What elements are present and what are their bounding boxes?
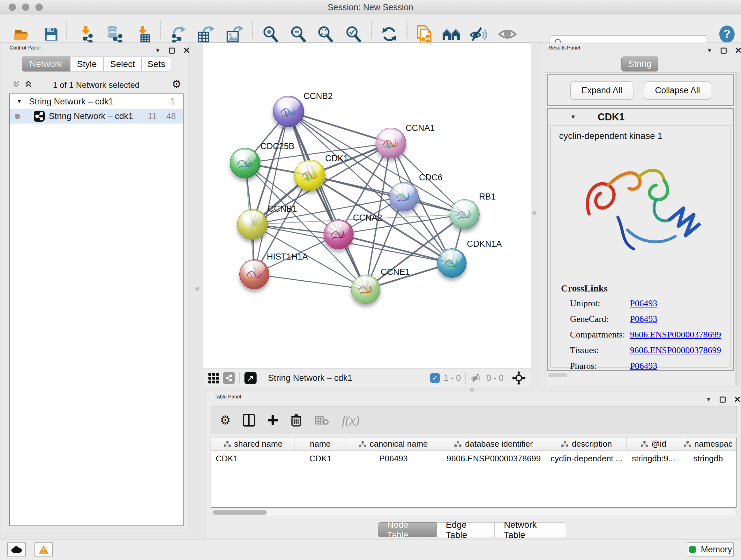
clone-network-icon[interactable] bbox=[415, 24, 433, 44]
tab-style[interactable]: Style bbox=[70, 57, 104, 71]
toolbar-separator bbox=[371, 20, 372, 39]
table-cell[interactable]: P06493 bbox=[346, 451, 441, 466]
network-node-ccne1[interactable] bbox=[351, 274, 381, 304]
network-node-ccnb2[interactable] bbox=[273, 96, 304, 127]
table-row[interactable]: CDK1CDK1P064939606.ENSP00000378699cyclin… bbox=[211, 451, 736, 466]
crosslink-link[interactable]: 9606.ENSP00000378699 bbox=[630, 345, 721, 355]
table-cell[interactable]: CDK1 bbox=[211, 451, 295, 466]
column-header-shared-name[interactable]: shared name bbox=[211, 437, 295, 450]
table-panel-float-icon[interactable] bbox=[720, 396, 726, 402]
network-node-cdkn1a[interactable] bbox=[437, 248, 467, 278]
results-panel-float-icon[interactable] bbox=[721, 48, 727, 54]
table-panel-menu-icon[interactable]: ▼ bbox=[706, 396, 711, 403]
network-options-gear-icon[interactable]: ⚙ bbox=[172, 78, 181, 90]
import-network-icon[interactable] bbox=[78, 25, 96, 43]
zoom-out-icon[interactable] bbox=[289, 25, 307, 43]
show-all-icon[interactable] bbox=[498, 26, 517, 42]
help-icon[interactable]: ? bbox=[719, 25, 735, 43]
control-panel-close-icon[interactable]: ✕ bbox=[183, 46, 190, 56]
control-panel-menu-icon[interactable]: ▼ bbox=[155, 48, 160, 54]
delete-column-icon[interactable] bbox=[291, 414, 301, 427]
control-panel-float-icon[interactable] bbox=[169, 48, 175, 54]
network-canvas[interactable]: CCNB2CCNA1CDC25BCDK1CDC6RB1CCNB1CCNA2CDK… bbox=[203, 43, 531, 369]
show-columns-icon[interactable] bbox=[243, 414, 255, 427]
tab-string[interactable]: String bbox=[621, 57, 658, 71]
open-in-window-icon[interactable]: ↗ bbox=[245, 372, 257, 384]
import-database-icon[interactable] bbox=[105, 25, 123, 43]
network-row[interactable]: String Network – cdk1 11 48 bbox=[10, 109, 183, 124]
results-panel-close-icon[interactable]: ✕ bbox=[735, 46, 741, 56]
left-splitter-handle[interactable] bbox=[195, 287, 199, 291]
crosslink-link[interactable]: P06493 bbox=[630, 361, 657, 371]
delete-table-icon[interactable] bbox=[315, 415, 329, 425]
tab-edge-table[interactable]: Edge Table bbox=[436, 522, 495, 537]
right-splitter-handle[interactable] bbox=[532, 211, 536, 215]
network-node-ccnb1[interactable] bbox=[237, 209, 268, 240]
collection-disclosure-icon[interactable]: ▼ bbox=[17, 98, 22, 105]
network-node-cdk1[interactable] bbox=[294, 160, 326, 191]
network-node-cdc25b[interactable] bbox=[230, 148, 260, 179]
network-edge[interactable] bbox=[254, 274, 366, 289]
tab-network[interactable]: Network bbox=[22, 57, 70, 71]
zoom-selected-icon[interactable] bbox=[345, 25, 362, 43]
crosslink-link[interactable]: P06493 bbox=[630, 314, 657, 324]
column-header--id[interactable]: @id bbox=[627, 437, 680, 450]
pan-crosshair-icon[interactable] bbox=[512, 371, 526, 385]
import-table-icon[interactable] bbox=[135, 25, 152, 43]
tab-select[interactable]: Select bbox=[104, 57, 142, 71]
tab-network-table[interactable]: Network Table bbox=[495, 522, 566, 537]
column-header-namespac[interactable]: namespac bbox=[680, 437, 736, 450]
export-image-icon[interactable] bbox=[225, 25, 244, 43]
zoom-fit-icon[interactable] bbox=[317, 25, 334, 43]
table-cell[interactable]: stringdb bbox=[680, 451, 736, 466]
crosslink-link[interactable]: P06493 bbox=[630, 298, 657, 308]
table-cell[interactable]: cyclin-dependent ... bbox=[546, 451, 627, 466]
grid-view-icon[interactable] bbox=[207, 372, 219, 384]
network-edge[interactable] bbox=[288, 111, 366, 289]
network-edge[interactable] bbox=[288, 111, 391, 143]
column-header-description[interactable]: description bbox=[546, 437, 627, 450]
save-session-icon[interactable] bbox=[42, 25, 60, 43]
table-cell[interactable]: stringdb:9... bbox=[627, 451, 680, 466]
refresh-icon[interactable] bbox=[381, 25, 398, 43]
tab-sets[interactable]: Sets bbox=[142, 57, 171, 71]
crosslink-link[interactable]: 9606.ENSP00000378699 bbox=[630, 329, 721, 340]
table-cell[interactable]: 9606.ENSP00000378699 bbox=[441, 451, 546, 466]
network-collection-row[interactable]: ▼ String Network – cdk1 1 bbox=[10, 94, 183, 109]
network-node-ccna1[interactable] bbox=[376, 128, 406, 159]
hide-selected-icon[interactable] bbox=[469, 25, 488, 43]
table-hscrollbar-thumb[interactable] bbox=[212, 510, 267, 515]
zoom-in-icon[interactable] bbox=[262, 25, 280, 43]
table-panel-close-icon[interactable]: ✕ bbox=[734, 395, 741, 405]
first-neighbors-icon[interactable] bbox=[442, 26, 461, 43]
collapse-all-button[interactable]: Collapse All bbox=[644, 81, 711, 100]
gene-disclosure-icon[interactable]: ▼ bbox=[570, 114, 576, 120]
network-node-cdc6[interactable] bbox=[389, 182, 419, 211]
memory-button[interactable]: Memory bbox=[687, 543, 734, 557]
column-header-database-identifier[interactable]: database identifier bbox=[441, 437, 546, 450]
bottom-splitter-handle[interactable] bbox=[470, 388, 474, 392]
memory-status-dot bbox=[689, 546, 696, 553]
column-header-name[interactable]: name bbox=[295, 437, 346, 450]
network-node-ccna2[interactable] bbox=[324, 219, 354, 249]
cloud-status-button[interactable] bbox=[7, 543, 26, 557]
network-node-hist1h1a[interactable] bbox=[239, 259, 269, 289]
open-session-icon[interactable] bbox=[13, 25, 30, 43]
network-type-share-icon[interactable] bbox=[223, 372, 235, 384]
column-header-canonical-name[interactable]: canonical name bbox=[346, 437, 441, 450]
table-cell[interactable]: CDK1 bbox=[295, 451, 346, 466]
function-builder-icon[interactable]: f(x) bbox=[342, 413, 360, 428]
add-column-icon[interactable] bbox=[267, 415, 279, 426]
results-panel-menu-icon[interactable]: ▼ bbox=[707, 48, 712, 54]
export-table-icon[interactable] bbox=[197, 25, 215, 43]
tab-node-table[interactable]: Node Table bbox=[378, 522, 436, 537]
network-node-rb1[interactable] bbox=[450, 199, 480, 229]
export-network-icon[interactable] bbox=[170, 25, 188, 43]
results-vscrollbar[interactable] bbox=[736, 72, 739, 386]
warning-status-button[interactable] bbox=[35, 543, 53, 557]
table-options-gear-icon[interactable]: ⚙ bbox=[220, 413, 231, 427]
table-hscrollbar[interactable] bbox=[211, 509, 737, 516]
selected-checkbox-icon[interactable]: ✓ bbox=[430, 373, 440, 383]
expand-all-button[interactable]: Expand All bbox=[570, 81, 633, 100]
results-hscrollbar-thumb[interactable] bbox=[548, 373, 567, 377]
